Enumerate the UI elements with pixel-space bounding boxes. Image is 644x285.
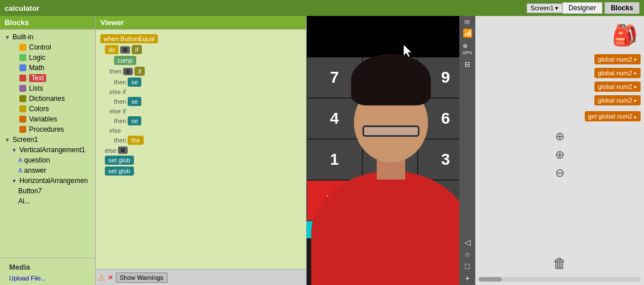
screen1-tree: ▼ VerticalArrangement1 A question A answ…	[0, 145, 95, 206]
sidebar-item-colors[interactable]: Colors	[0, 104, 95, 114]
horizontal-arrangement[interactable]: ▼ HorizontalArrangemen	[7, 176, 95, 186]
block-setglob2[interactable]: set glob	[105, 166, 134, 176]
sidebar-item-dicts[interactable]: Dictionaries	[0, 93, 95, 104]
get-block[interactable]: get global num2 ▸	[585, 111, 641, 121]
block-set3[interactable]: se	[128, 116, 141, 125]
trash-icon[interactable]: 🗑	[553, 255, 566, 271]
sidebar-item-logic[interactable]: Logic	[0, 52, 95, 63]
svg-marker-0	[403, 44, 411, 57]
media-header: Media	[5, 260, 91, 274]
block-then2-label: then	[114, 79, 126, 85]
block-row-then3: then se	[114, 97, 301, 106]
sidebar-content: ▼ Built-in Control Logic Math	[0, 30, 95, 258]
block-set4[interactable]: the	[128, 136, 143, 145]
screen-selector[interactable]: Screen1 ▾	[527, 3, 563, 13]
block-if[interactable]: if	[132, 45, 142, 54]
viewer-header: Viewer	[96, 16, 306, 30]
block-row-compare: comp	[114, 56, 301, 65]
gear-icon2: ⚙	[123, 68, 133, 75]
sidebar-item-lists[interactable]: Lists	[0, 83, 95, 93]
question-item[interactable]: A question	[14, 155, 95, 165]
var-block-orange-1[interactable]: global num2 ▸	[594, 54, 641, 64]
zoom-in-icon[interactable]: ⊕	[555, 148, 565, 161]
block-set1[interactable]: se	[128, 78, 141, 87]
block-set2[interactable]: se	[128, 97, 141, 106]
variables-color	[19, 116, 26, 123]
sidebar-builtin-group[interactable]: ▼ Built-in	[0, 32, 95, 42]
math-color	[19, 64, 26, 71]
target-icon[interactable]: ⊕	[555, 129, 565, 143]
back-icon[interactable]: ◁	[464, 238, 471, 247]
var-block-orange-4[interactable]: global num2 ▸	[594, 95, 641, 105]
block-compare[interactable]: comp	[114, 56, 136, 65]
var-block-1: global num2 ▸	[479, 54, 641, 64]
else1-label: else	[109, 127, 121, 134]
get-block-row: get global num2 ▸	[479, 111, 641, 121]
sidebar-item-procedures[interactable]: Procedures	[0, 124, 95, 135]
block-then3-label: then	[114, 98, 126, 105]
var-block-3: global num2 ▸	[479, 82, 641, 92]
else2-label: else	[105, 147, 116, 154]
answer-label: answer	[24, 166, 46, 174]
gear-icon: ⚙	[120, 46, 130, 54]
scrollbar-horizontal[interactable]	[479, 277, 641, 282]
sidebar-screen1[interactable]: ▼ Screen1	[0, 135, 95, 145]
scrollbar-thumb[interactable]	[479, 277, 502, 282]
warning-icon: ⚠	[98, 273, 105, 282]
sidebar-item-text[interactable]: Text	[0, 73, 95, 83]
button7-item[interactable]: Button7	[14, 186, 95, 196]
center-area: 46 7 8 9 ÷ 4 5 6 X 1 2 3 -	[307, 16, 475, 285]
top-bar: calculator Screen1 ▾ Designer Blocks	[0, 0, 644, 16]
sidebar-item-label: Procedures	[29, 125, 64, 133]
procedures-color	[19, 126, 26, 133]
var-block-orange-2[interactable]: global num2 ▸	[594, 68, 641, 78]
block-row-else2: else ⚙	[105, 146, 301, 154]
block-when[interactable]: when ButtonEqual	[100, 34, 158, 43]
block-setglob1[interactable]: set glob	[105, 156, 134, 165]
plus-icon[interactable]: +	[465, 274, 470, 283]
arrow-icon-1: ▸	[634, 56, 637, 62]
sidebar-item-math[interactable]: Math	[0, 63, 95, 73]
get-label: get global num2	[588, 113, 633, 120]
sidebar-item-label: Math	[29, 64, 44, 72]
elseif1-label: else if	[109, 88, 126, 95]
question-icon: A	[18, 157, 22, 164]
colors-color	[19, 105, 26, 112]
block-row-when: when ButtonEqual	[100, 34, 301, 43]
backpack-icon: 🎒	[609, 19, 641, 51]
answer-item[interactable]: A answer	[14, 165, 95, 176]
close-icon[interactable]: ✕	[108, 274, 113, 282]
block-row-do: do ⚙ if	[105, 45, 301, 54]
sidebar-item-variables[interactable]: Variables	[0, 114, 95, 124]
blocks-button[interactable]: Blocks	[605, 2, 639, 14]
control-color	[19, 44, 26, 51]
sidebar-item-control[interactable]: Control	[0, 42, 95, 52]
upload-button[interactable]: Upload File...	[5, 274, 91, 283]
al-label: Al...	[18, 197, 30, 205]
designer-button[interactable]: Designer	[563, 2, 602, 14]
var-block-2: global num2 ▸	[479, 68, 641, 78]
block-row-then2: then se	[114, 78, 301, 87]
action-icons: ⊕ ⊕ ⊖	[479, 125, 641, 184]
show-warnings-button[interactable]: Show Warnings	[116, 272, 168, 283]
elseif2-label: else if	[109, 108, 126, 115]
answer-icon: A	[18, 167, 22, 174]
recents-icon[interactable]: □	[465, 262, 470, 271]
block-if2[interactable]: if	[134, 67, 145, 76]
cursor	[403, 44, 415, 60]
var-block-orange-3[interactable]: global num2 ▸	[594, 82, 641, 92]
home-icon[interactable]: ○	[465, 250, 470, 259]
zoom-out-icon[interactable]: ⊖	[555, 166, 565, 180]
block-do[interactable]: do	[105, 45, 119, 54]
arrow-icon-2: ▸	[634, 70, 637, 76]
block-row-then4: then se	[114, 116, 301, 125]
vertical-arrangement[interactable]: ▼ VerticalArrangement1	[7, 145, 95, 155]
mode-buttons: Designer Blocks	[563, 2, 639, 14]
chevron-down-icon: ▾	[555, 5, 559, 12]
main-layout: Blocks ▼ Built-in Control Logic	[0, 16, 644, 285]
var-label-1: global num2	[598, 56, 632, 63]
screen1-label: Screen1	[13, 136, 38, 144]
btn-1[interactable]: 1	[307, 139, 362, 180]
al-item[interactable]: Al...	[14, 196, 95, 206]
calc-display: 46	[307, 16, 475, 57]
